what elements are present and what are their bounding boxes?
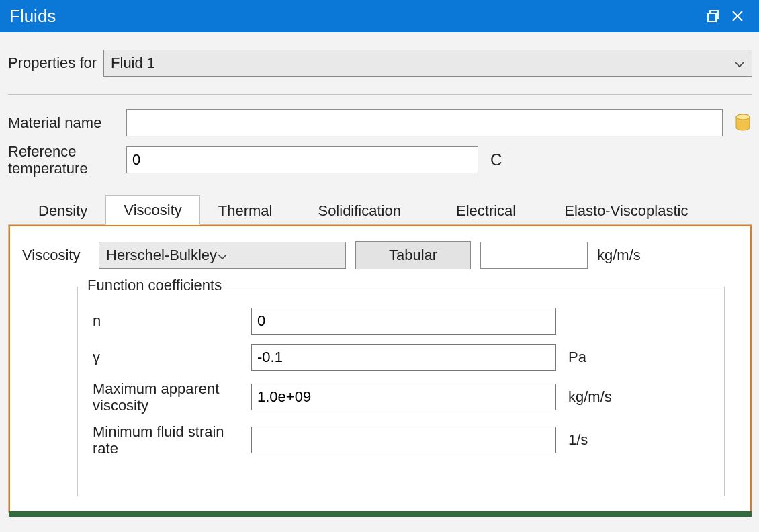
tab-solidification[interactable]: Solidification bbox=[290, 196, 429, 225]
tabular-button-label: Tabular bbox=[389, 247, 437, 264]
reference-temperature-label: Reference temperature bbox=[8, 143, 126, 177]
material-database-button[interactable] bbox=[733, 114, 752, 132]
viscosity-label: Viscosity bbox=[22, 247, 89, 264]
coefficient-min-fluid-strain-rate-unit: 1/s bbox=[568, 431, 588, 449]
viscosity-model-row: Viscosity Herschel-Bulkley Tabular kg/m/… bbox=[22, 241, 740, 269]
tab-thermal[interactable]: Thermal bbox=[200, 196, 291, 225]
coefficient-gamma-field[interactable] bbox=[251, 344, 556, 371]
chevron-down-icon bbox=[734, 54, 745, 72]
coefficient-max-apparent-viscosity-label: Maximum apparent viscosity bbox=[93, 380, 251, 414]
viscosity-model-value: Herschel-Bulkley bbox=[106, 247, 217, 264]
fluid-select[interactable]: Fluid 1 bbox=[103, 50, 752, 77]
coefficient-n-field[interactable] bbox=[251, 308, 556, 335]
coefficient-min-fluid-strain-rate-label: Minimum fluid strain rate bbox=[93, 423, 251, 457]
coefficient-max-apparent-viscosity-field[interactable] bbox=[251, 384, 556, 410]
bottom-accent-strip bbox=[9, 511, 752, 517]
reference-temperature-row: Reference temperature C bbox=[8, 143, 752, 177]
tab-density[interactable]: Density bbox=[20, 196, 105, 225]
coefficient-row-min-fluid-strain-rate: Minimum fluid strain rate 1/s bbox=[93, 423, 709, 457]
content-area: Properties for Fluid 1 Material name bbox=[0, 32, 759, 532]
coefficient-max-apparent-viscosity-unit: kg/m/s bbox=[568, 388, 612, 406]
window-title: Fluids bbox=[9, 6, 701, 27]
material-name-row: Material name bbox=[8, 109, 752, 136]
function-coefficients-group: Function coefficients n γ Pa Maximum app… bbox=[77, 287, 725, 496]
function-coefficients-legend: Function coefficients bbox=[83, 277, 226, 294]
viscosity-tab-body: Viscosity Herschel-Bulkley Tabular kg/m/… bbox=[9, 225, 752, 513]
tab-electrical[interactable]: Electrical bbox=[429, 196, 543, 225]
svg-point-6 bbox=[736, 114, 750, 120]
basic-properties: Material name Reference temperature C bbox=[8, 95, 752, 193]
coefficient-min-fluid-strain-rate-field[interactable] bbox=[251, 427, 556, 453]
svg-rect-1 bbox=[708, 13, 716, 21]
tab-body-wrap: Viscosity Herschel-Bulkley Tabular kg/m/… bbox=[8, 224, 752, 513]
reference-temperature-unit: C bbox=[490, 150, 502, 169]
material-name-field[interactable] bbox=[126, 109, 723, 136]
close-icon bbox=[731, 10, 744, 22]
titlebar: Fluids bbox=[0, 0, 759, 32]
coefficient-n-label: n bbox=[93, 312, 251, 329]
restore-icon bbox=[707, 10, 719, 22]
tab-viscosity[interactable]: Viscosity bbox=[105, 195, 199, 225]
tabular-button[interactable]: Tabular bbox=[355, 241, 471, 269]
viscosity-value-field[interactable] bbox=[480, 242, 588, 269]
reference-temperature-field[interactable] bbox=[126, 146, 478, 173]
coefficient-row-gamma: γ Pa bbox=[93, 344, 709, 371]
property-tabs: Density Viscosity Thermal Solidification… bbox=[8, 195, 752, 224]
close-button[interactable] bbox=[725, 4, 750, 28]
properties-for-label: Properties for bbox=[8, 54, 97, 72]
viscosity-model-select[interactable]: Herschel-Bulkley bbox=[99, 242, 346, 269]
viscosity-unit: kg/m/s bbox=[597, 247, 641, 264]
restore-button[interactable] bbox=[701, 4, 725, 28]
database-icon bbox=[735, 114, 751, 132]
properties-for-row: Properties for Fluid 1 bbox=[8, 32, 752, 95]
coefficient-gamma-unit: Pa bbox=[568, 349, 586, 366]
chevron-down-icon bbox=[217, 247, 228, 264]
coefficient-gamma-label: γ bbox=[93, 349, 251, 365]
fluid-select-value: Fluid 1 bbox=[111, 54, 155, 72]
coefficient-row-n: n bbox=[93, 308, 709, 335]
tab-elasto-viscoplastic[interactable]: Elasto-Viscoplastic bbox=[543, 196, 709, 225]
material-name-label: Material name bbox=[8, 114, 126, 132]
coefficient-row-max-apparent-viscosity: Maximum apparent viscosity kg/m/s bbox=[93, 380, 709, 414]
